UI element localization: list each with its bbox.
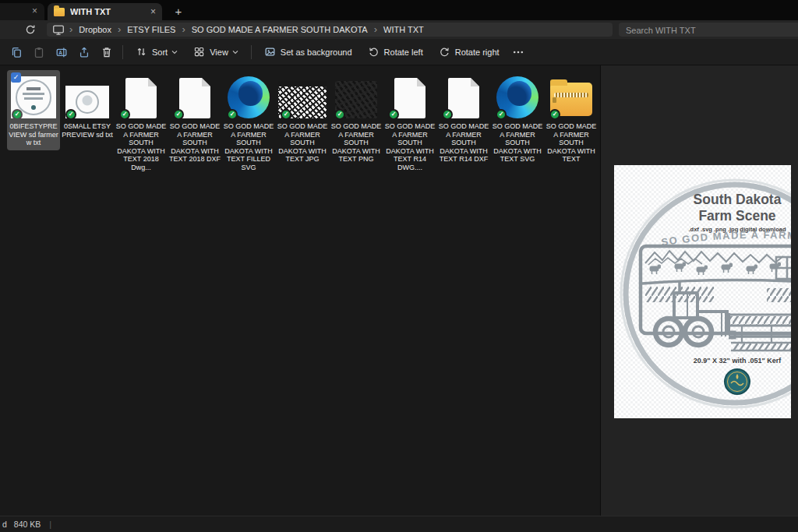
folder-icon — [54, 8, 65, 16]
set-as-background-button[interactable]: Set as background — [256, 42, 360, 62]
search-input[interactable] — [619, 23, 798, 37]
paste-button[interactable] — [27, 42, 50, 62]
rename-icon: A — [55, 46, 68, 58]
breadcrumb-chevron-icon: › — [182, 26, 185, 33]
file-item[interactable]: ✓ ✓ SO GOD MADE A FARMER SOUTH DAKOTA WI… — [168, 70, 221, 167]
search-box[interactable] — [619, 23, 798, 37]
breadcrumb-chevron-icon: › — [374, 26, 377, 33]
view-label: View — [210, 48, 228, 57]
svg-text:A: A — [58, 49, 62, 55]
sync-check-icon: ✓ — [119, 109, 130, 120]
file-icon: ✓ — [115, 72, 168, 118]
file-name-label: SO GOD MADE A FARMER SOUTH DAKOTA WITH T… — [491, 122, 544, 164]
preview-size-text: 20.9" X 32" with .051" Kerf — [694, 357, 782, 365]
file-item[interactable]: ✓ ✓ SO GOD MADE A FARMER SOUTH DAKOTA WI… — [330, 70, 383, 167]
file-icon: ✓ — [168, 72, 221, 118]
sync-check-icon: ✓ — [173, 109, 184, 120]
selection-checkbox[interactable]: ✓ — [11, 72, 21, 83]
selection-size: 840 KB — [14, 520, 41, 529]
sync-check-icon: ✓ — [227, 109, 238, 120]
file-name-label: 0BIFESTYPREVIEW sd farmer w txt — [7, 122, 60, 147]
document-icon — [394, 78, 425, 118]
breadcrumb-chevron-icon: › — [69, 26, 72, 33]
image-icon — [264, 46, 276, 58]
farm-scene-graphic: South Dakota Farm Scene .dxf .svg .png .… — [614, 165, 791, 418]
set-as-background-label: Set as background — [281, 48, 352, 57]
file-item[interactable]: ✓ ✓ 0BIFESTYPREVIEW sd farmer w txt — [7, 70, 60, 150]
file-item[interactable]: ✓ ✓ SO GOD MADE A FARMER SOUTH DAKOTA WI… — [437, 70, 490, 167]
preview-title-line2: Farm Scene — [698, 208, 775, 224]
view-icon — [193, 46, 205, 58]
file-item[interactable]: ✓ ✓ SO GOD MADE A FARMER SOUTH DAKOTA WI… — [276, 70, 329, 167]
sort-label: Sort — [152, 48, 168, 57]
document-icon — [125, 78, 157, 118]
status-text: d — [2, 520, 7, 529]
sync-check-icon: ✓ — [12, 109, 23, 120]
sync-check-icon: ✓ — [496, 109, 507, 120]
close-tab-icon[interactable]: × — [32, 5, 37, 16]
breadcrumb-item[interactable]: WITH TXT — [383, 25, 424, 34]
copy-button[interactable] — [5, 42, 27, 62]
command-toolbar: A Sort — [0, 39, 798, 65]
preview-pane: South Dakota Farm Scene .dxf .svg .png .… — [601, 65, 798, 516]
refresh-icon — [24, 23, 37, 36]
file-name-label: SO GOD MADE A FARMER SOUTH DAKOTA WITH T… — [276, 122, 329, 164]
share-icon — [78, 46, 90, 58]
tab-bar: × WITH TXT × + — [0, 0, 798, 20]
toolbar-separator — [122, 45, 123, 59]
new-tab-button[interactable]: + — [171, 4, 186, 19]
breadcrumb[interactable]: ›Dropbox›ETSY FILES›SO GOD MADE A FARMER… — [47, 23, 613, 37]
file-icon: ✓ — [383, 72, 436, 118]
file-icon: ✓ — [276, 72, 329, 118]
rotate-right-label: Rotate right — [455, 48, 500, 57]
file-item[interactable]: ✓ ✓ SO GOD MADE A FARMER SOUTH DAKOTA WI… — [383, 70, 436, 174]
file-icon: ✓ — [545, 72, 598, 118]
rotate-right-button[interactable]: Rotate right — [431, 42, 507, 62]
file-name-label: SO GOD MADE A FARMER SOUTH DAKOTA WITH T… — [115, 122, 168, 171]
copy-icon — [10, 46, 23, 58]
document-icon — [179, 78, 210, 118]
ellipsis-icon — [512, 46, 524, 58]
preview-image: South Dakota Farm Scene .dxf .svg .png .… — [614, 165, 791, 418]
file-item[interactable]: ✓ ✓ SO GOD MADE A FARMER SOUTH DAKOTA WI… — [115, 70, 168, 174]
breadcrumb-item[interactable]: SO GOD MADE A FARMER SOUTH DAKOTA — [192, 25, 368, 34]
chevron-down-icon — [232, 50, 238, 55]
breadcrumb-chevron-icon: › — [118, 26, 121, 33]
rename-button[interactable]: A — [50, 42, 72, 62]
sort-icon — [136, 46, 147, 58]
rotate-left-button[interactable]: Rotate left — [360, 42, 431, 62]
sync-check-icon: ✓ — [334, 109, 345, 120]
status-bar: d 840 KB | — [0, 516, 798, 532]
sync-check-icon: ✓ — [549, 109, 560, 120]
tab-label: WITH TXT — [70, 7, 150, 16]
share-button[interactable] — [72, 42, 95, 62]
file-icon: ✓ — [330, 72, 383, 118]
delete-button[interactable] — [95, 42, 118, 62]
trash-icon — [101, 46, 113, 58]
sort-button[interactable]: Sort — [128, 42, 185, 62]
close-tab-icon[interactable]: × — [150, 6, 156, 17]
paste-icon — [33, 46, 45, 58]
view-button[interactable]: View — [185, 42, 246, 62]
file-item[interactable]: ✓ ✓ 0SMALL ETSY PREVIEW sd txt — [61, 70, 114, 142]
preview-title-line1: South Dakota — [694, 192, 782, 207]
sync-check-icon: ✓ — [65, 109, 76, 120]
status-divider: | — [49, 520, 51, 529]
breadcrumb-item[interactable]: Dropbox — [79, 25, 111, 34]
rotate-left-label: Rotate left — [384, 48, 423, 57]
tab-partial[interactable]: × — [0, 3, 44, 20]
refresh-button[interactable] — [23, 23, 37, 36]
file-item[interactable]: ✓ ✓ SO GOD MADE A FARMER SOUTH DAKOTA WI… — [222, 70, 275, 174]
breadcrumb-item[interactable]: ETSY FILES — [127, 25, 175, 34]
sync-check-icon: ✓ — [388, 109, 399, 120]
file-explorer-window: × WITH TXT × + ›Dropbox›ETSY FILES›SO GO… — [0, 0, 798, 532]
file-grid: ✓ ✓ 0BIFESTYPREVIEW sd farmer w txt ✓ ✓ … — [0, 65, 600, 516]
file-icon: ✓ — [491, 72, 544, 118]
tab-with-txt[interactable]: WITH TXT × — [48, 3, 162, 20]
file-item[interactable]: ✓ ✓ SO GOD MADE A FARMER SOUTH DAKOTA WI… — [545, 70, 598, 167]
sync-check-icon: ✓ — [442, 109, 453, 120]
more-options-button[interactable] — [507, 42, 530, 62]
file-icon: ✓ — [437, 72, 490, 118]
file-name-label: SO GOD MADE A FARMER SOUTH DAKOTA WITH T… — [437, 122, 490, 164]
file-item[interactable]: ✓ ✓ SO GOD MADE A FARMER SOUTH DAKOTA WI… — [491, 70, 544, 167]
